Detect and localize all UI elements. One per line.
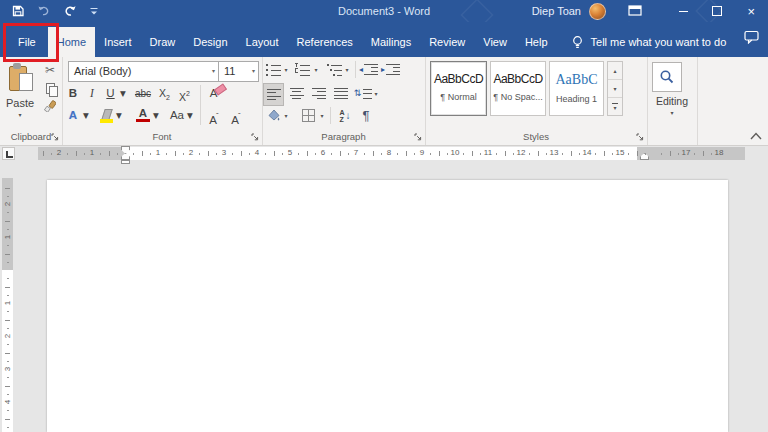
ruler-tick xyxy=(7,394,9,395)
highlight-dropdown-icon[interactable]: ▾ xyxy=(115,107,123,124)
ruler-tick xyxy=(546,153,547,155)
ruler-tick xyxy=(661,153,662,155)
multilevel-list-button[interactable] xyxy=(326,60,343,79)
increase-indent-button[interactable]: ▸ xyxy=(381,60,400,79)
superscript-mark: 2 xyxy=(186,90,190,97)
ruler-tick xyxy=(604,151,605,156)
change-case-dropdown-icon[interactable]: ▾ xyxy=(186,107,194,124)
ruler-tick xyxy=(216,153,217,155)
justify-button[interactable] xyxy=(331,83,350,104)
font-family-combobox[interactable]: Arial (Body) ▾ xyxy=(68,61,219,82)
find-button[interactable] xyxy=(652,62,682,92)
font-size-combobox[interactable]: 11 ▾ xyxy=(218,61,259,82)
show-hide-button[interactable]: ¶ xyxy=(358,106,374,125)
style-no-spacing[interactable]: AaBbCcD ¶ No Spac... xyxy=(490,61,546,116)
tab-design[interactable]: Design xyxy=(184,27,236,57)
shrink-font-button[interactable]: Aˇ xyxy=(228,107,244,124)
line-spacing-dropdown-icon[interactable]: ▾ xyxy=(372,83,380,104)
restore-button[interactable] xyxy=(700,0,734,22)
ruler-tick xyxy=(480,153,481,155)
highlight-button[interactable] xyxy=(98,107,114,124)
ruler-tick xyxy=(7,377,9,378)
clear-formatting-button[interactable]: A xyxy=(206,85,230,102)
italic-button[interactable]: I xyxy=(86,85,98,102)
underline-dropdown-icon[interactable]: ▾ xyxy=(119,85,127,102)
decrease-indent-button[interactable]: ◂ xyxy=(359,60,378,79)
bullets-button[interactable] xyxy=(265,60,282,79)
format-painter-button[interactable] xyxy=(40,97,60,115)
text-effects-button[interactable]: A xyxy=(66,107,80,124)
ruler-tick xyxy=(142,151,143,156)
styles-dialog-launcher[interactable] xyxy=(636,133,644,141)
ruler-number: 4 xyxy=(3,397,13,408)
horizontal-ruler[interactable]: 211234567891011121314151718 xyxy=(38,147,745,160)
close-button[interactable]: × xyxy=(734,0,768,22)
bullets-dropdown-icon[interactable]: ▾ xyxy=(282,60,290,79)
tell-me-box[interactable]: Tell me what you want to do xyxy=(571,27,727,57)
numbering-button[interactable] xyxy=(294,60,311,79)
text-effects-dropdown-icon[interactable]: ▾ xyxy=(82,107,90,124)
align-left-button[interactable] xyxy=(263,83,284,106)
tab-review[interactable]: Review xyxy=(420,27,474,57)
ruler-tick xyxy=(628,153,629,155)
minimize-button[interactable] xyxy=(666,0,700,22)
change-case-button[interactable]: Aa xyxy=(168,107,186,124)
tab-help[interactable]: Help xyxy=(516,27,557,57)
underline-button[interactable]: U xyxy=(104,85,117,102)
superscript-button[interactable]: X2 xyxy=(177,85,192,102)
shading-button[interactable] xyxy=(265,106,282,125)
tab-mailings[interactable]: Mailings xyxy=(362,27,420,57)
ruler-right-margin-zone xyxy=(637,147,745,160)
styles-scroll-up-button[interactable]: ▴ xyxy=(608,62,622,80)
paste-button[interactable]: Paste ▾ xyxy=(2,59,38,125)
styles-group-label: Styles xyxy=(425,131,647,142)
ribbon-display-options-button[interactable] xyxy=(628,5,642,17)
tab-view[interactable]: View xyxy=(474,27,516,57)
styles-scroll-down-button[interactable]: ▾ xyxy=(608,80,622,98)
style-normal[interactable]: AaBbCcD ¶ Normal xyxy=(430,61,487,116)
document-page[interactable] xyxy=(47,180,728,432)
tab-insert[interactable]: Insert xyxy=(95,27,141,57)
clipboard-dialog-launcher[interactable] xyxy=(51,133,59,141)
comment-button[interactable] xyxy=(744,30,760,44)
styles-gallery-more-button[interactable]: ▾ xyxy=(608,98,622,115)
copy-button[interactable] xyxy=(40,79,60,97)
bold-button[interactable]: B xyxy=(66,85,80,102)
left-indent-marker[interactable] xyxy=(121,160,130,164)
ruler-tick xyxy=(315,153,316,155)
line-spacing-button[interactable]: ⇅ xyxy=(354,83,372,104)
font-dialog-launcher[interactable] xyxy=(251,133,259,141)
style-heading-1[interactable]: AaBbC Heading 1 xyxy=(549,61,604,116)
font-color-dropdown-icon[interactable]: ▾ xyxy=(152,107,160,124)
editing-dropdown-icon[interactable]: ▾ xyxy=(647,109,697,116)
shading-icon xyxy=(267,109,281,122)
shading-dropdown-icon[interactable]: ▾ xyxy=(282,106,290,125)
borders-dropdown-icon[interactable]: ▾ xyxy=(318,106,326,125)
font-color-button[interactable]: A xyxy=(136,107,150,124)
sort-button[interactable]: AZ ↓ xyxy=(334,106,356,125)
align-center-button[interactable] xyxy=(287,83,306,104)
line-spacing-icon: ⇅ xyxy=(354,88,373,100)
paste-dropdown-icon[interactable]: ▾ xyxy=(2,111,38,118)
collapse-ribbon-button[interactable] xyxy=(749,131,763,141)
tab-references[interactable]: References xyxy=(288,27,362,57)
subscript-button[interactable]: X2 xyxy=(157,85,172,102)
numbering-dropdown-icon[interactable]: ▾ xyxy=(312,60,320,79)
borders-button[interactable] xyxy=(300,106,317,125)
ruler-tick xyxy=(7,229,9,230)
tab-draw[interactable]: Draw xyxy=(141,27,185,57)
multilevel-list-dropdown-icon[interactable]: ▾ xyxy=(343,60,351,79)
vertical-ruler[interactable]: 211234 xyxy=(2,178,13,432)
cut-button[interactable]: ✂ xyxy=(40,61,60,79)
avatar[interactable] xyxy=(589,3,606,20)
tab-selector[interactable] xyxy=(2,147,15,160)
strikethrough-button[interactable]: abc xyxy=(132,85,154,102)
paragraph-dialog-launcher[interactable] xyxy=(414,133,422,141)
ruler-number: 17 xyxy=(682,148,691,158)
ruler-number: 3 xyxy=(3,364,13,375)
search-icon xyxy=(659,69,675,85)
tab-layout[interactable]: Layout xyxy=(237,27,288,57)
ruler-tick xyxy=(373,151,374,156)
align-right-button[interactable] xyxy=(309,83,328,104)
grow-font-button[interactable]: Aˆ xyxy=(206,107,222,124)
